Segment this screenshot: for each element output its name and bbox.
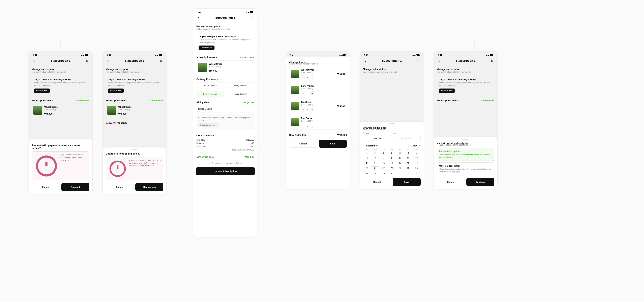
edit-items-link[interactable]: Edit/add items (481, 99, 494, 102)
calendar-day[interactable]: 25 (404, 166, 412, 170)
next-month-icon[interactable]: › (379, 144, 381, 147)
proceed-warning: If you select "Receive now", payment wil… (32, 152, 90, 180)
items-header: Subscription Items Edit/add items (193, 54, 257, 59)
decrement-button: − (301, 91, 305, 95)
edit-items-link[interactable]: Edit/add items (150, 99, 163, 102)
change-now-button[interactable]: Change now (135, 183, 163, 191)
calendar-day[interactable]: 6 (363, 156, 371, 160)
product-thumbnail (198, 63, 207, 72)
cancel-option[interactable]: Cancel Subscription This will cancel you… (437, 163, 494, 175)
increment-button[interactable]: + (310, 107, 314, 111)
cancel-button[interactable]: Cancel (289, 140, 317, 148)
receive-now-button[interactable]: Receive now (198, 46, 214, 50)
increment-button[interactable]: + (310, 75, 314, 79)
increment-button[interactable]: + (310, 124, 314, 128)
calendar-day[interactable]: 7 (371, 156, 379, 160)
calendar-day[interactable]: 11 (404, 156, 412, 160)
screen-cycle: 9:41 Subscription 1 Manage subscription … (102, 51, 166, 194)
frequency-option[interactable]: Every 4 weeks (196, 91, 224, 97)
calendar-day: 3 (412, 172, 420, 175)
back-icon[interactable] (437, 58, 442, 63)
calendar-day: 1 (396, 172, 404, 175)
trash-icon[interactable] (416, 58, 420, 63)
cancel-button[interactable]: Cancel (32, 183, 60, 191)
calendar-day[interactable]: 4 (404, 151, 412, 155)
calendar-day[interactable]: 2 (388, 151, 396, 155)
calendar-day[interactable]: 23 (388, 166, 396, 170)
calendar-day[interactable]: 17 (396, 161, 404, 165)
calendar-day[interactable]: 18 (404, 161, 412, 165)
calendar-day[interactable]: 28 (371, 172, 379, 175)
change-date-link[interactable]: Change date (242, 101, 254, 104)
update-subscription-button[interactable]: Update Subscription (196, 167, 255, 175)
billing-date-value[interactable]: Sept 21, 2024 (196, 105, 255, 113)
trash-icon[interactable] (490, 58, 494, 63)
calendar-day[interactable]: 20 (363, 166, 371, 170)
calendar-day[interactable]: 14 (371, 161, 379, 165)
screen-pause-cancel: 9:41 Subscription 1 Manage subscription … (434, 51, 498, 189)
calendar-day[interactable]: 15 (379, 161, 388, 165)
billing-hint: You can also change the billing date to … (196, 114, 255, 129)
decrement-button[interactable]: − (301, 75, 305, 79)
calendar-day[interactable]: 12 (412, 156, 420, 160)
trash-icon[interactable] (250, 16, 254, 20)
calendar-day: 2 (404, 172, 412, 175)
save-button[interactable]: Save (392, 178, 420, 186)
edit-items-link[interactable]: Edit/add items (76, 99, 90, 102)
receive-now-button[interactable]: Receive now (439, 88, 455, 93)
decrement-button[interactable]: − (301, 107, 305, 111)
cancel-button[interactable]: Cancel (437, 178, 465, 186)
receive-now-button[interactable]: Receive now (34, 88, 50, 93)
calendar-day[interactable]: 8 (379, 156, 388, 160)
cancel-button[interactable]: Cancel (363, 178, 391, 186)
calendar-day[interactable]: 26 (412, 166, 420, 170)
continue-button[interactable]: Continue (466, 178, 494, 186)
frequency-option[interactable]: Every 6 weeks (226, 91, 255, 97)
screen-proceed: 9:41 Subscription 1 Manage subscription … (28, 51, 92, 194)
trash-icon[interactable] (85, 58, 90, 63)
back-icon[interactable] (363, 58, 368, 63)
trash-icon[interactable] (159, 58, 163, 63)
save-button[interactable]: Save (319, 140, 347, 148)
increment-button[interactable]: + (310, 91, 314, 95)
calendar-day[interactable]: 1 (379, 151, 388, 155)
billing-header: Billing date Change date (193, 99, 257, 104)
date-sheet: Change billing date Select a new date be… (360, 122, 424, 189)
calendar-day[interactable]: 29 (379, 172, 388, 175)
new-date-field[interactable]: New DD.MM.YYYY (393, 132, 420, 142)
calendar-day[interactable]: 21 (371, 166, 379, 170)
receive-now-button[interactable]: Receive now (108, 88, 124, 93)
calendar-day[interactable]: 22 (379, 166, 388, 170)
apply-notice: Changes apply to your next delivery (193, 162, 257, 164)
calendar-day[interactable]: 19 (412, 161, 420, 165)
screen-main: 9:41 Subscription 1 Manage subscription … (193, 9, 257, 237)
calendar-day[interactable]: 30 (388, 172, 396, 175)
next-year-icon[interactable]: › (418, 144, 420, 147)
prev-year-icon[interactable]: ‹ (409, 144, 411, 147)
calendar-day[interactable]: 9 (388, 156, 396, 160)
frequency-option[interactable]: Every 3 weeks (226, 82, 255, 89)
calendar-day[interactable]: 10 (396, 156, 404, 160)
calendar-day[interactable]: 27 (363, 172, 371, 175)
calendar-day[interactable]: 5 (412, 151, 420, 155)
freq-header: Delivery Frequency (193, 76, 257, 81)
calendar-day[interactable]: 16 (388, 161, 396, 165)
proceed-button[interactable]: Proceed (62, 183, 90, 191)
back-icon[interactable] (196, 16, 201, 20)
screen-change-items: 9:41 Change items Add or remove items as… (286, 51, 350, 189)
prev-month-icon[interactable]: ‹ (363, 144, 365, 147)
cancel-button[interactable]: Cancel (106, 183, 134, 191)
calendar-day[interactable]: 13 (363, 161, 371, 165)
frequency-option[interactable]: Every 2 weeks (196, 82, 224, 89)
back-icon[interactable] (106, 58, 110, 63)
calendar-day[interactable]: 24 (396, 166, 404, 170)
edit-items-link[interactable]: Edit/add items (240, 56, 254, 59)
back-icon[interactable] (32, 58, 36, 63)
proceed-sheet: Proceed with payment and receive items e… (29, 139, 92, 194)
pause-option[interactable]: Pause Subscription This will pause your … (437, 148, 494, 161)
cycle-warning: If you select "Change now", you won't be… (106, 157, 163, 180)
status-indicators (246, 11, 253, 13)
change-cycle-chip[interactable]: Change to next cycle (198, 123, 218, 127)
calendar-day[interactable]: 3 (396, 151, 404, 155)
calendar-header: ‹ September › ‹ 2024 › (363, 144, 420, 147)
